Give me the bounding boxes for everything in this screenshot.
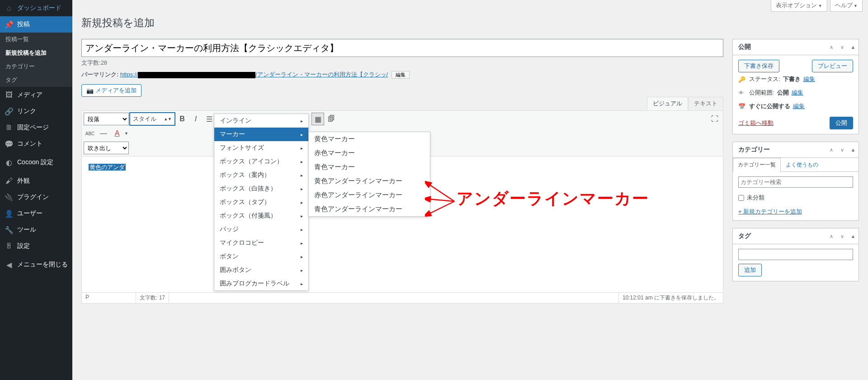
chevron-down-icon[interactable]: ∨ <box>837 147 848 153</box>
category-tab-all[interactable]: カテゴリー一覧 <box>733 158 781 172</box>
balloon-select[interactable]: 吹き出し <box>84 142 129 154</box>
sidebar-submenu-posts: 投稿一覧 新規投稿を追加 カテゴリー タグ <box>0 33 72 87</box>
marker-submenu-item[interactable]: 青色アンダーラインマーカー <box>309 202 430 216</box>
sidebar-item-links[interactable]: 🔗リンク <box>0 103 72 119</box>
calendar-icon: 📅 <box>738 103 746 110</box>
style-select[interactable]: スタイル▲▼ <box>130 113 175 125</box>
edit-visibility-link[interactable]: 編集 <box>792 89 803 97</box>
sidebar-collapse[interactable]: ◀メニューを閉じる <box>0 256 72 273</box>
bold-button[interactable]: B <box>176 113 189 125</box>
help-button[interactable]: ヘルプ <box>830 0 863 12</box>
caret-up-icon[interactable]: ▲ <box>848 147 859 152</box>
brush-icon: 🖌 <box>5 176 14 185</box>
tab-visual[interactable]: ビジュアル <box>647 97 688 110</box>
permalink-link[interactable]: https:///アンダーライン・マーカーの利用方法【クラシッ/ <box>120 71 388 78</box>
sidebar-item-pages[interactable]: 🗎固定ページ <box>0 119 72 136</box>
sidebar-item-tools[interactable]: 🔧ツール <box>0 222 72 238</box>
style-menu-item[interactable]: フォントサイズ▸ <box>214 141 308 155</box>
sidebar-sub-tags[interactable]: タグ <box>0 73 72 87</box>
chevron-up-icon[interactable]: ∧ <box>826 147 837 153</box>
permalink-edit-button[interactable]: 編集 <box>392 71 410 79</box>
save-draft-button[interactable]: 下書き保存 <box>738 60 779 72</box>
sidebar-sub-all-posts[interactable]: 投稿一覧 <box>0 33 72 46</box>
style-menu-item[interactable]: ボックス（タブ）▸ <box>214 195 308 209</box>
marker-submenu-item[interactable]: 赤色マーカー <box>309 146 430 160</box>
style-menu-item[interactable]: 囲みブログカードラベル▸ <box>214 277 308 290</box>
cocoon-icon: ◐ <box>5 158 14 167</box>
category-search-input[interactable] <box>738 176 853 188</box>
paragraph-select[interactable]: 段落 <box>84 113 129 125</box>
sidebar-item-posts[interactable]: 📌 投稿 <box>0 16 72 33</box>
text-color-button[interactable]: A <box>111 127 123 140</box>
sidebar-label: リンク <box>17 107 36 115</box>
italic-button[interactable]: I <box>189 113 202 125</box>
strikethrough-button[interactable]: ABC <box>84 127 96 140</box>
category-uncategorized[interactable]: 未分類 <box>738 192 853 203</box>
caret-up-icon[interactable]: ▲ <box>848 233 859 239</box>
fullscreen-button[interactable]: ⛶ <box>708 113 721 125</box>
style-menu-item[interactable]: マイクロコピー▸ <box>214 236 308 250</box>
chevron-down-icon[interactable]: ∨ <box>837 44 848 50</box>
marker-submenu-item[interactable]: 黄色アンダーラインマーカー <box>309 174 430 188</box>
edit-status-link[interactable]: 編集 <box>803 75 815 83</box>
sidebar-sub-categories[interactable]: カテゴリー <box>0 60 72 73</box>
sidebar-item-appearance[interactable]: 🖌外観 <box>0 173 72 189</box>
sidebar-item-cocoon[interactable]: ◐Cocoon 設定 <box>0 154 72 171</box>
post-title-input[interactable] <box>81 39 723 57</box>
style-menu-item[interactable]: インライン▸ <box>214 114 308 128</box>
user-icon: 👤 <box>5 209 14 218</box>
add-category-link[interactable]: + 新規カテゴリーを追加 <box>738 208 802 215</box>
style-menu-item[interactable]: ボックス（案内）▸ <box>214 168 308 182</box>
category-list: 未分類 <box>738 192 853 203</box>
style-menu-item[interactable]: マーカー▸ <box>214 128 308 141</box>
char-count: 文字数:28 <box>81 59 723 67</box>
sidebar-label: メディア <box>17 91 42 99</box>
trash-link[interactable]: ゴミ箱へ移動 <box>738 119 774 127</box>
edit-date-link[interactable]: 編集 <box>793 102 805 110</box>
caret-up-icon[interactable]: ▲ <box>848 44 859 50</box>
sliders-icon: 🎚 <box>5 242 14 251</box>
sidebar-item-users[interactable]: 👤ユーザー <box>0 205 72 222</box>
preview-button[interactable]: プレビュー <box>812 60 853 72</box>
marker-submenu-item[interactable]: 青色マーカー <box>309 160 430 174</box>
chevron-up-icon[interactable]: ∧ <box>826 44 837 50</box>
camera-icon: 📷 <box>86 87 94 94</box>
category-tab-freq[interactable]: よく使うもの <box>781 158 823 172</box>
page-icon: 🗎 <box>5 123 14 132</box>
sidebar-item-media[interactable]: 🖾メディア <box>0 87 72 103</box>
publish-button[interactable]: 公開 <box>830 117 853 129</box>
sidebar-item-dashboard[interactable]: ⌂ ダッシュボード <box>0 0 72 16</box>
sidebar-sub-new-post[interactable]: 新規投稿を追加 <box>0 46 72 60</box>
style-menu-item[interactable]: ボックス（白抜き）▸ <box>214 182 308 195</box>
category-checkbox[interactable] <box>738 195 744 201</box>
collapse-icon: ◀ <box>5 260 14 269</box>
template-button[interactable]: 🗐 <box>325 113 338 125</box>
add-tag-button[interactable]: 追加 <box>738 264 762 276</box>
visibility-value: 公開 <box>777 89 789 97</box>
marker-submenu-item[interactable]: 赤色アンダーラインマーカー <box>309 188 430 202</box>
chevron-up-icon[interactable]: ∧ <box>826 233 837 239</box>
sidebar-label: ツール <box>17 226 36 234</box>
style-menu-item[interactable]: バッジ▸ <box>214 223 308 236</box>
sidebar-item-comments[interactable]: 💬コメント <box>0 136 72 152</box>
style-menu-item[interactable]: 囲みボタン▸ <box>214 263 308 277</box>
sidebar-label: Cocoon 設定 <box>17 158 53 166</box>
tab-text[interactable]: テキスト <box>688 97 723 110</box>
screen-options-button[interactable]: 表示オプション <box>771 0 827 12</box>
sidebar-label: プラグイン <box>17 193 49 201</box>
style-menu-item[interactable]: ボックス（付箋風）▸ <box>214 209 308 223</box>
chevron-down-icon[interactable]: ∨ <box>837 233 848 239</box>
style-menu-item[interactable]: ボタン▸ <box>214 250 308 263</box>
tag-box-title: タグ <box>733 228 826 244</box>
add-media-button[interactable]: 📷 メディアを追加 <box>81 84 142 97</box>
redacted-domain <box>138 72 255 78</box>
screen-meta: 表示オプション ヘルプ <box>81 0 863 12</box>
sidebar-item-settings[interactable]: 🎚設定 <box>0 238 72 254</box>
toolbar-toggle-button[interactable]: ▦ <box>311 113 324 125</box>
tag-input[interactable] <box>738 249 853 260</box>
sidebar-item-plugins[interactable]: 🔌プラグイン <box>0 189 72 205</box>
marker-submenu-item[interactable]: 黄色マーカー <box>309 132 430 146</box>
category-box-title: カテゴリー <box>733 142 826 157</box>
hr-button[interactable]: — <box>97 127 110 140</box>
style-menu-item[interactable]: ボックス（アイコン）▸ <box>214 155 308 168</box>
